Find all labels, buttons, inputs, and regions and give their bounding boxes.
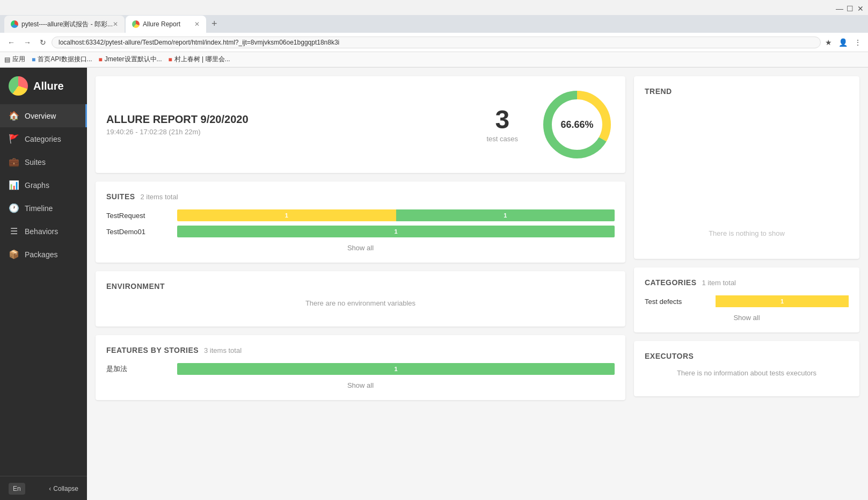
nav-behaviors-label: Behaviors [25, 227, 58, 236]
sidebar-item-timeline[interactable]: 🕐 Timeline [0, 197, 87, 220]
sidebar-item-packages[interactable]: 📦 Packages [0, 243, 87, 266]
test-count-number: 3 [486, 107, 518, 133]
trend-empty: There is nothing to show [645, 96, 849, 248]
suites-card: SUITES 2 items total TestRequest 1 1 Tes… [96, 182, 625, 263]
addition-green-bar: 1 [177, 363, 615, 375]
tab1-close[interactable]: ✕ [113, 20, 118, 28]
suite-name-testrequest: TestRequest [106, 212, 171, 220]
test-count-label: test cases [486, 135, 518, 143]
account-button[interactable]: 👤 [836, 37, 850, 48]
testdemo01-green-bar: 1 [177, 226, 615, 237]
behaviors-icon: ☰ [9, 226, 19, 236]
suite-item-testrequest: TestRequest 1 1 [106, 209, 615, 221]
forward-button[interactable]: → [20, 37, 34, 48]
sidebar-item-overview[interactable]: 🏠 Overview [0, 104, 87, 127]
categories-header: CATEGORIES 1 item total [645, 278, 849, 287]
sidebar-item-suites[interactable]: 💼 Suites [0, 150, 87, 173]
suites-header: SUITES 2 items total [106, 192, 615, 201]
categories-title: CATEGORIES [645, 278, 697, 287]
apps-icon: ▤ [4, 56, 10, 63]
tab2-close[interactable]: ✕ [194, 20, 200, 28]
trend-card: TREND There is nothing to show [634, 76, 859, 259]
nav-categories-label: Categories [25, 135, 61, 143]
language-button[interactable]: En [9, 483, 25, 495]
sidebar-item-behaviors[interactable]: ☰ Behaviors [0, 220, 87, 243]
nav-graphs-label: Graphs [25, 181, 49, 190]
main-content: ALLURE REPORT 9/20/2020 19:40:26 - 17:02… [87, 68, 868, 500]
trend-header: TREND [645, 87, 849, 96]
sidebar-item-graphs[interactable]: 📊 Graphs [0, 173, 87, 197]
bookmark-button[interactable]: ★ [823, 37, 834, 48]
collapse-button[interactable]: ‹ Collapse [49, 485, 78, 492]
features-count: 3 items total [204, 346, 242, 354]
report-title: ALLURE REPORT 9/20/2020 [106, 113, 249, 126]
features-header: FEATURES BY STORIES 3 items total [106, 346, 615, 354]
browser-tab-1[interactable]: pytest----allure测试报告 - 郎彩... ✕ [4, 16, 125, 33]
menu-button[interactable]: ⋮ [852, 37, 864, 48]
executors-header: EXECUTORS [645, 352, 849, 360]
testrequest-yellow-bar: 1 [177, 209, 396, 221]
category-item-defects: Test defects 1 [645, 295, 849, 307]
feature-bar-addition: 1 [177, 363, 615, 375]
category-bar-defects: 1 [716, 295, 849, 307]
categories-count: 1 item total [702, 279, 736, 287]
nav-timeline-label: Timeline [25, 204, 53, 213]
app-layout: Allure 🏠 Overview 🚩 Categories 💼 Suites … [0, 68, 868, 500]
nav-overview-label: Overview [25, 112, 56, 120]
suites-icon: 💼 [9, 157, 19, 167]
executors-title: EXECUTORS [645, 352, 694, 360]
timeline-icon: 🕐 [9, 203, 19, 213]
suite-bar-testdemo01: 1 [177, 226, 615, 237]
test-count: 3 test cases [486, 107, 518, 143]
browser-tabs: pytest----allure测试报告 - 郎彩... ✕ Allure Re… [0, 15, 868, 33]
address-bar[interactable] [52, 37, 821, 48]
close-button[interactable]: ✕ [857, 4, 864, 11]
report-info: ALLURE REPORT 9/20/2020 19:40:26 - 17:02… [106, 113, 249, 136]
graphs-icon: 📊 [9, 180, 19, 190]
back-button[interactable]: ← [4, 37, 18, 48]
packages-icon: 📦 [9, 249, 19, 259]
features-title: FEATURES BY STORIES [106, 346, 199, 354]
bookmark-jmeter[interactable]: ■ Jmeter设置默认中... [99, 55, 162, 64]
api-icon: ■ [32, 56, 35, 63]
donut-chart: 66.66% [539, 87, 615, 162]
defects-bar: 1 [716, 295, 849, 307]
feature-name-addition: 是加法 [106, 364, 171, 374]
browser-chrome: — ☐ ✕ pytest----allure测试报告 - 郎彩... ✕ All… [0, 0, 868, 68]
bookmarks-bar: ▤ 应用 ■ 首页API数据接口... ■ Jmeter设置默认中... ■ 村… [0, 52, 868, 67]
nav-suites-label: Suites [25, 158, 46, 166]
sidebar-nav: 🏠 Overview 🚩 Categories 💼 Suites 📊 Graph… [0, 104, 87, 476]
logo-text: Allure [33, 80, 64, 92]
bookmark-apps[interactable]: ▤ 应用 [4, 55, 25, 64]
browser-toolbar: ← → ↻ ★ 👤 ⋮ [0, 33, 868, 52]
suites-show-all[interactable]: Show all [106, 244, 615, 252]
chevron-left-icon: ‹ [49, 485, 51, 492]
logo-icon [9, 76, 28, 96]
report-time: 19:40:26 - 17:02:28 (21h 22m) [106, 128, 249, 136]
environment-card: ENVIRONMENT There are no environment var… [96, 271, 625, 327]
feature-item-addition: 是加法 1 [106, 363, 615, 375]
features-show-all[interactable]: Show all [106, 381, 615, 389]
trend-title: TREND [645, 87, 672, 96]
minimize-button[interactable]: — [836, 4, 842, 11]
left-column: ALLURE REPORT 9/20/2020 19:40:26 - 17:02… [96, 76, 625, 400]
executors-empty: There is no information about tests exec… [645, 360, 849, 386]
environment-header: ENVIRONMENT [106, 282, 615, 291]
environment-empty: There are no environment variables [106, 291, 615, 316]
jmeter-icon: ■ [99, 56, 103, 63]
bookmark-village[interactable]: ■ 村上春树 | 哪里会... [169, 55, 230, 64]
browser-titlebar: — ☐ ✕ [0, 0, 868, 15]
executors-card: EXECUTORS There is no information about … [634, 341, 859, 396]
sidebar-item-categories[interactable]: 🚩 Categories [0, 127, 87, 150]
reload-button[interactable]: ↻ [37, 37, 49, 48]
testrequest-green-bar: 1 [396, 209, 615, 221]
sidebar-footer: En ‹ Collapse [0, 476, 87, 500]
bookmark-api[interactable]: ■ 首页API数据接口... [32, 55, 92, 64]
tab2-title: Allure Report [143, 20, 180, 28]
maximize-button[interactable]: ☐ [847, 4, 853, 11]
categories-show-all[interactable]: Show all [645, 314, 849, 322]
suite-name-testdemo01: TestDemo01 [106, 228, 171, 236]
new-tab-button[interactable]: + [207, 15, 222, 33]
browser-tab-2[interactable]: Allure Report ✕ [126, 16, 206, 33]
suites-count: 2 items total [140, 193, 178, 201]
